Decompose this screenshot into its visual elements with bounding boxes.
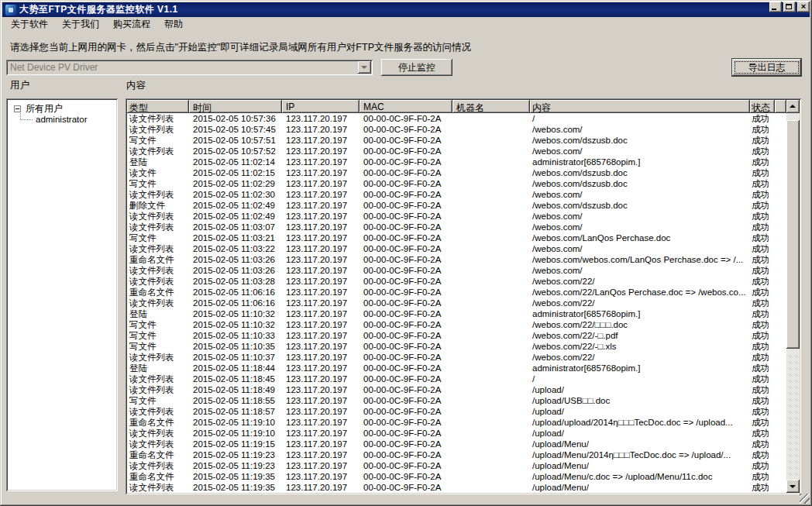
column-header-ip[interactable]: IP: [282, 100, 360, 113]
table-row[interactable]: 读文件列表 2015-02-05 11:03:22 123.117.20.197…: [127, 243, 786, 254]
table-row[interactable]: 删除文件 2015-02-05 11:02:49 123.117.20.197 …: [127, 200, 786, 211]
table-row[interactable]: 写文件 2015-02-05 11:10:33 123.117.20.197 0…: [127, 330, 786, 341]
table-row[interactable]: 读文件列表 2015-02-05 11:03:26 123.117.20.197…: [127, 265, 786, 276]
column-header-status[interactable]: 状态: [750, 100, 775, 113]
cell-status: 成功: [750, 265, 775, 276]
cell-machine: [452, 319, 530, 330]
cell-status: 成功: [750, 178, 775, 189]
titlebar: 大势至FTP文件服务器监控软件 V1.1: [2, 2, 810, 17]
table-row[interactable]: 读文件列表 2015-02-05 11:18:49 123.117.20.197…: [127, 384, 786, 395]
cell-status: 成功: [750, 189, 775, 200]
maximize-button[interactable]: [783, 2, 796, 12]
table-row[interactable]: 重命名文件 2015-02-05 11:19:10 123.117.20.197…: [127, 417, 786, 428]
table-row[interactable]: 读文件列表 2015-02-05 11:03:28 123.117.20.197…: [127, 276, 786, 287]
cell-ip: 123.117.20.197: [282, 319, 360, 330]
table-row[interactable]: 写文件 2015-02-05 11:02:29 123.117.20.197 0…: [127, 178, 786, 189]
cell-status: 成功: [750, 232, 775, 243]
nic-combobox[interactable]: Net Device PV Driver: [6, 60, 373, 75]
table-row[interactable]: 读文件列表 2015-02-05 11:19:35 123.117.20.197…: [127, 482, 786, 493]
cell-type: 读文件列表: [127, 439, 189, 449]
cell-type: 写文件: [127, 319, 189, 330]
cell-time: 2015-02-05 11:06:16: [189, 298, 282, 308]
menu-about-us[interactable]: 关于我们: [57, 16, 105, 33]
cell-machine: [452, 113, 530, 124]
menu-help[interactable]: 帮助: [159, 16, 188, 33]
table-row[interactable]: 读文件列表 2015-02-05 10:57:52 123.117.20.197…: [127, 146, 786, 157]
cell-content: /upload/: [530, 428, 750, 439]
tree-item-administrator[interactable]: administrator: [6, 115, 87, 124]
table-row[interactable]: 写文件 2015-02-05 11:10:32 123.117.20.197 0…: [127, 319, 786, 330]
menu-purchase[interactable]: 购买流程: [108, 16, 156, 33]
table-row[interactable]: 重命名文件 2015-02-05 11:03:26 123.117.20.197…: [127, 254, 786, 265]
cell-type: 写文件: [127, 330, 189, 341]
cell-content: /: [530, 373, 750, 384]
table-row[interactable]: 写文件 2015-02-05 11:03:21 123.117.20.197 0…: [127, 232, 786, 243]
cell-status: 成功: [750, 222, 775, 232]
table-row[interactable]: 登陆 2015-02-05 11:10:32 123.117.20.197 00…: [127, 308, 786, 319]
table-row[interactable]: 读文件列表 2015-02-05 11:18:45 123.117.20.197…: [127, 373, 786, 384]
cell-type: 登陆: [127, 157, 189, 167]
column-header-machine[interactable]: 机器名: [452, 100, 530, 113]
table-row[interactable]: 读文件列表 2015-02-05 11:10:37 123.117.20.197…: [127, 352, 786, 363]
cell-mac: 00-00-0C-9F-F0-2A: [360, 276, 452, 287]
scroll-down-icon[interactable]: [786, 480, 800, 493]
column-header-time[interactable]: 时间: [189, 100, 282, 113]
cell-mac: 00-00-0C-9F-F0-2A: [360, 319, 452, 330]
close-button[interactable]: ×: [797, 2, 810, 12]
table-row[interactable]: 读文件列表 2015-02-05 10:57:36 123.117.20.197…: [127, 113, 786, 124]
cell-status: 成功: [750, 352, 775, 363]
table-row[interactable]: 写文件 2015-02-05 10:57:51 123.117.20.197 0…: [127, 135, 786, 146]
cell-type: 删除文件: [127, 200, 189, 211]
vertical-scrollbar[interactable]: [786, 100, 800, 493]
table-row[interactable]: 读文件列表 2015-02-05 11:18:57 123.117.20.197…: [127, 406, 786, 417]
stop-monitoring-button[interactable]: 停止监控: [381, 59, 452, 76]
cell-status: 成功: [750, 113, 775, 124]
cell-mac: 00-00-0C-9F-F0-2A: [360, 428, 452, 439]
table-row[interactable]: 读文件列表 2015-02-05 11:03:07 123.117.20.197…: [127, 222, 786, 232]
table-row[interactable]: 读文件 2015-02-05 11:02:15 123.117.20.197 0…: [127, 167, 786, 178]
cell-mac: 00-00-0C-9F-F0-2A: [360, 211, 452, 222]
table-row[interactable]: 写文件 2015-02-05 11:10:35 123.117.20.197 0…: [127, 341, 786, 352]
cell-ip: 123.117.20.197: [282, 135, 360, 146]
column-header-type[interactable]: 类型: [127, 100, 189, 113]
table-row[interactable]: 读文件列表 2015-02-05 11:06:16 123.117.20.197…: [127, 298, 786, 308]
cell-time: 2015-02-05 11:06:16: [189, 287, 282, 298]
table-row[interactable]: 登陆 2015-02-05 11:18:44 123.117.20.197 00…: [127, 363, 786, 373]
cell-type: 读文件列表: [127, 460, 189, 471]
table-row[interactable]: 读文件列表 2015-02-05 11:19:15 123.117.20.197…: [127, 439, 786, 449]
export-log-button[interactable]: 导出日志: [732, 59, 801, 76]
menu-about-software[interactable]: 关于软件: [5, 16, 53, 33]
table-row[interactable]: 读文件列表 2015-02-05 11:02:30 123.117.20.197…: [127, 189, 786, 200]
cell-status: 成功: [750, 298, 775, 308]
cell-content: /webos.com/: [530, 211, 750, 222]
column-header-content[interactable]: 内容: [530, 100, 750, 113]
cell-mac: 00-00-0C-9F-F0-2A: [360, 265, 452, 276]
cell-ip: 123.117.20.197: [282, 449, 360, 460]
cell-status: 成功: [750, 395, 775, 406]
chevron-down-icon[interactable]: [358, 61, 371, 74]
cell-mac: 00-00-0C-9F-F0-2A: [360, 395, 452, 406]
cell-ip: 123.117.20.197: [282, 298, 360, 308]
column-header-mac[interactable]: MAC: [360, 100, 452, 113]
table-row[interactable]: 读文件列表 2015-02-05 11:19:23 123.117.20.197…: [127, 460, 786, 471]
cell-mac: 00-00-0C-9F-F0-2A: [360, 298, 452, 308]
cell-mac: 00-00-0C-9F-F0-2A: [360, 113, 452, 124]
table-row[interactable]: 写文件 2015-02-05 11:18:55 123.117.20.197 0…: [127, 395, 786, 406]
scrollbar-thumb[interactable]: [786, 120, 800, 349]
table-row[interactable]: 登陆 2015-02-05 11:02:14 123.117.20.197 00…: [127, 157, 786, 167]
cell-content: /webos.com/22/-□.pdf: [530, 330, 750, 341]
scrollbar-track[interactable]: [786, 113, 800, 480]
table-row[interactable]: 读文件列表 2015-02-05 11:02:49 123.117.20.197…: [127, 211, 786, 222]
cell-status: 成功: [750, 308, 775, 319]
cell-type: 读文件列表: [127, 146, 189, 157]
scroll-up-icon[interactable]: [786, 100, 800, 113]
table-row[interactable]: 读文件列表 2015-02-05 11:19:10 123.117.20.197…: [127, 428, 786, 439]
resize-grip[interactable]: [800, 494, 810, 504]
table-row[interactable]: 重命名文件 2015-02-05 11:19:23 123.117.20.197…: [127, 449, 786, 460]
cell-type: 写文件: [127, 178, 189, 189]
table-row[interactable]: 重命名文件 2015-02-05 11:19:35 123.117.20.197…: [127, 471, 786, 482]
table-row[interactable]: 读文件列表 2015-02-05 10:57:45 123.117.20.197…: [127, 124, 786, 135]
cell-content: /upload/Menu/: [530, 482, 750, 493]
minimize-button[interactable]: [769, 2, 782, 12]
table-row[interactable]: 重命名文件 2015-02-05 11:06:16 123.117.20.197…: [127, 287, 786, 298]
